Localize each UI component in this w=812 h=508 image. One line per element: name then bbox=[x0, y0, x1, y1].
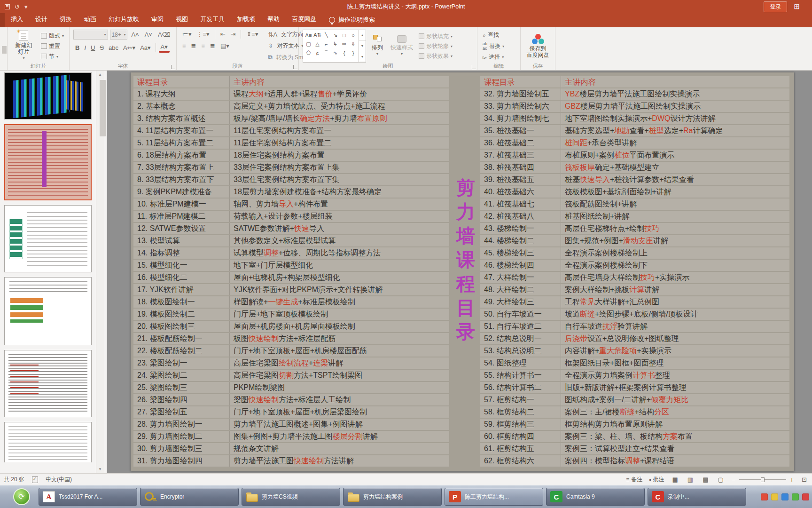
shape-oval-icon[interactable]: ○ bbox=[351, 32, 355, 38]
shape-arrow-icon[interactable]: ↘ bbox=[333, 32, 337, 38]
reset-button[interactable]: 重置 bbox=[39, 42, 65, 51]
underline-button[interactable]: U bbox=[89, 43, 97, 52]
scrollbar-thumb[interactable] bbox=[100, 80, 106, 136]
decrease-indent-button[interactable]: ⇤ bbox=[219, 30, 227, 39]
taskbar-button-ppt[interactable]: P陈工剪力墙结构... bbox=[445, 488, 543, 506]
tab-视图[interactable]: 视图 bbox=[170, 12, 194, 27]
shape-elbow-arrow-icon[interactable]: ↳ bbox=[333, 41, 337, 47]
shape-rectangle-icon[interactable]: □ bbox=[343, 32, 346, 38]
quick-styles-button[interactable]: 快速样式 ▾ bbox=[389, 30, 415, 63]
normal-view-button[interactable]: ▦ bbox=[671, 476, 679, 483]
slide-count[interactable]: 共 20 张 bbox=[4, 476, 24, 484]
font-name-select[interactable]: ▾ bbox=[73, 30, 108, 40]
ribbon-display-options-icon[interactable]: ⊞ bbox=[794, 2, 800, 11]
language-indicator[interactable]: 中文(中国) bbox=[46, 476, 72, 484]
tab-设计[interactable]: 设计 bbox=[29, 12, 54, 27]
select-button[interactable]: ▻选择▾ bbox=[481, 53, 516, 62]
gallery-more-icon[interactable]: ▼ bbox=[359, 51, 366, 62]
bullets-button[interactable]: ≔▾ bbox=[180, 30, 194, 39]
zoom-slider[interactable] bbox=[739, 479, 786, 480]
shape-fill-button[interactable]: 形状填充▾ bbox=[419, 32, 453, 40]
zoom-out-button[interactable]: − bbox=[732, 476, 735, 484]
slide-thumbnail-5[interactable] bbox=[4, 350, 92, 417]
course-table-left[interactable]: 课程目录主讲内容1. 课程大纲课程大纲+适用人群+课程售价+学员评价2. 基本概… bbox=[133, 76, 449, 468]
shape-line-icon[interactable]: ╲ bbox=[325, 32, 328, 38]
taskbar-button-rec[interactable]: C录制中... bbox=[648, 488, 746, 506]
shape-brace-right-icon[interactable]: } bbox=[352, 50, 354, 56]
shape-triangle-icon[interactable]: △ bbox=[315, 41, 319, 47]
gallery-scroll-down-icon[interactable]: ▼ bbox=[359, 41, 366, 52]
launcher-orb-icon[interactable] bbox=[13, 488, 30, 505]
file-tab-partial[interactable] bbox=[0, 13, 5, 27]
slide-thumbnail-1[interactable] bbox=[4, 72, 92, 119]
fit-slide-to-window-button[interactable]: ⊡ bbox=[800, 476, 808, 483]
undo-icon[interactable]: ↺ bbox=[15, 3, 20, 10]
tray-icon-3[interactable] bbox=[781, 493, 789, 500]
qat-customize-chevron-icon[interactable]: ▾ bbox=[24, 3, 28, 10]
tray-icon-1[interactable] bbox=[761, 493, 768, 500]
strikethrough-button[interactable]: S bbox=[98, 43, 106, 52]
tab-动画[interactable]: 动画 bbox=[78, 12, 102, 27]
tell-me-search[interactable]: 操作说明搜索 bbox=[329, 16, 375, 27]
tab-开发工具[interactable]: 开发工具 bbox=[194, 12, 231, 27]
save-to-netdisk-button[interactable]: 保存到 百度网盘 bbox=[524, 30, 551, 63]
shape-curve-icon[interactable]: ∿ bbox=[333, 50, 337, 56]
increase-indent-button[interactable]: ⇥ bbox=[229, 30, 238, 39]
font-color-button[interactable]: A▾ bbox=[159, 42, 170, 53]
tab-审阅[interactable]: 审阅 bbox=[145, 12, 170, 27]
section-button[interactable]: 节▾ bbox=[39, 52, 65, 61]
save-icon[interactable] bbox=[5, 4, 10, 9]
font-size-select[interactable]: 18+▾ bbox=[110, 30, 128, 40]
justify-button[interactable]: ≣ bbox=[208, 41, 217, 50]
tab-帮助[interactable]: 帮助 bbox=[261, 12, 286, 27]
slide-thumbnail-6[interactable] bbox=[4, 422, 92, 462]
taskbar-button-key[interactable]: Encryptor bbox=[140, 488, 239, 506]
shape-scribble-icon[interactable]: ɕ bbox=[316, 50, 319, 56]
shape-down-arrow-icon[interactable]: ⇩ bbox=[351, 41, 355, 47]
taskbar-button-folder[interactable]: 剪力墙结构案例 bbox=[343, 488, 442, 506]
tab-切换[interactable]: 切换 bbox=[54, 12, 78, 27]
scroll-up-icon[interactable]: ▲ bbox=[98, 71, 102, 79]
reading-view-button[interactable]: ▤ bbox=[701, 476, 710, 483]
shape-outline-button[interactable]: 形状轮廓▾ bbox=[419, 42, 453, 50]
slide-thumbnail-4[interactable] bbox=[4, 277, 92, 345]
shape-textbox-icon[interactable]: A≡ bbox=[305, 32, 312, 38]
clear-formatting-button[interactable]: A⌫ bbox=[156, 30, 172, 39]
tab-加载项[interactable]: 加载项 bbox=[231, 12, 261, 27]
vertical-title[interactable]: 剪力墙课程目录 bbox=[452, 176, 479, 344]
login-button[interactable]: 登录 bbox=[764, 1, 787, 12]
shape-arc-icon[interactable]: ⌒ bbox=[324, 49, 329, 56]
shape-effects-button[interactable]: 形状效果▾ bbox=[419, 52, 453, 60]
find-button[interactable]: ⌕查找 bbox=[481, 31, 516, 40]
slide-thumbnail-2[interactable] bbox=[4, 124, 92, 200]
numbering-button[interactable]: ⋮≡▾ bbox=[195, 30, 211, 39]
tab-插入[interactable]: 插入 bbox=[5, 12, 29, 27]
shape-right-arrow-icon[interactable]: ⇨ bbox=[342, 41, 346, 47]
columns-button[interactable]: ▤▾ bbox=[219, 41, 231, 50]
align-left-button[interactable]: ≡ bbox=[180, 41, 188, 50]
layout-button[interactable]: 版式▾ bbox=[39, 32, 65, 40]
align-right-button[interactable]: ≡ bbox=[200, 41, 207, 50]
arrange-button[interactable]: 排列 ▾ bbox=[370, 30, 385, 63]
slide-thumbnail-3[interactable] bbox=[4, 205, 92, 272]
text-shadow-button[interactable]: abc bbox=[107, 43, 120, 52]
shape-elbow-icon[interactable]: ⌐ bbox=[325, 41, 328, 47]
tray-icon-4[interactable] bbox=[792, 493, 799, 500]
shape-freeform-icon[interactable]: ⬠ bbox=[306, 50, 311, 56]
slideshow-view-button[interactable]: ▢ bbox=[716, 476, 725, 483]
shapes-gallery[interactable]: A≡ A⇅ ╲ ↘ □ ○ ▢ △ ⌐ ↳ ⇨ ⇩ ⬠ ɕ ⌒ ∿ { } ▲ bbox=[303, 30, 366, 63]
slide-sorter-view-button[interactable]: ▥ bbox=[686, 476, 695, 483]
gallery-scroll-up-icon[interactable]: ▲ bbox=[359, 30, 366, 41]
scroll-down-icon[interactable]: ▼ bbox=[98, 465, 102, 473]
taskbar-button-folder[interactable]: 剪力墙CS视频 bbox=[242, 488, 340, 506]
tray-icon-2[interactable] bbox=[771, 493, 778, 500]
current-slide[interactable]: 课程目录主讲内容1. 课程大纲课程大纲+适用人群+课程售价+学员评价2. 基本概… bbox=[131, 72, 794, 471]
zoom-in-button[interactable]: + bbox=[790, 476, 794, 484]
tab-幻灯片放映[interactable]: 幻灯片放映 bbox=[102, 12, 145, 27]
align-center-button[interactable]: ≣ bbox=[189, 41, 198, 50]
course-table-right[interactable]: 课程目录主讲内容32. 剪力墙图绘制五YBZ楼层剪力墙平法施工图绘制实操演示33… bbox=[480, 76, 789, 468]
taskbar-button-tssd[interactable]: ATssd2017 For A... bbox=[39, 488, 137, 506]
tab-百度网盘[interactable]: 百度网盘 bbox=[286, 12, 322, 27]
notes-toggle[interactable]: ≡备注 bbox=[626, 476, 642, 484]
spell-check-icon[interactable] bbox=[32, 476, 38, 483]
